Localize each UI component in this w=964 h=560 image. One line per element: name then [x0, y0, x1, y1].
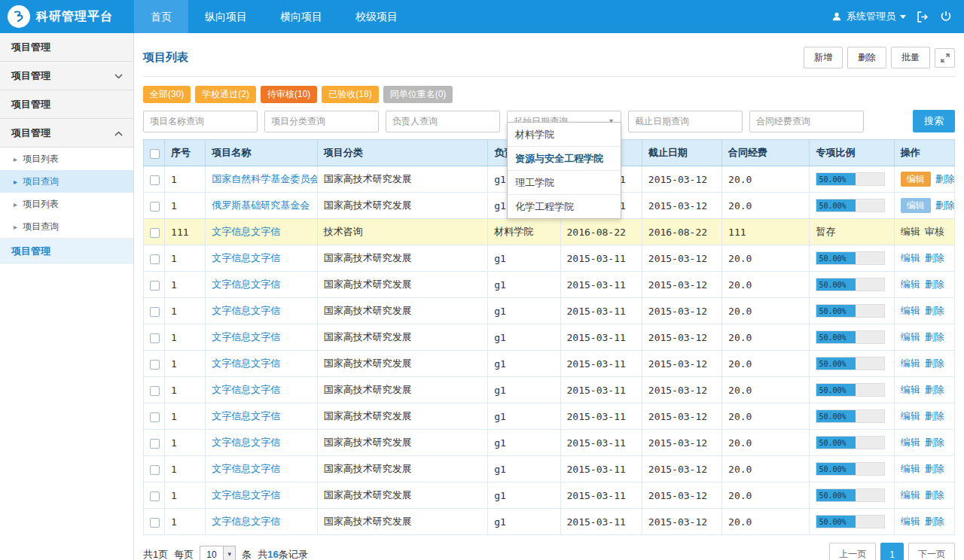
project-name-link[interactable]: 文字信息文字信 [212, 463, 280, 474]
filter-input[interactable] [143, 111, 258, 132]
project-name-link[interactable]: 文字信息文字信 [212, 489, 280, 501]
toolbar-button-新增[interactable]: 新增 [804, 47, 843, 68]
prev-page-button[interactable]: 上一页 [829, 543, 876, 560]
delete-action[interactable]: 删除 [925, 358, 944, 369]
end-date-cell: 2015-03-12 [642, 403, 721, 430]
edit-action[interactable]: 编辑 [901, 516, 920, 527]
delete-action[interactable]: 删除 [925, 305, 944, 316]
project-name-link[interactable]: 文字信息文字信 [212, 252, 280, 263]
logout-icon[interactable] [917, 11, 929, 23]
dropdown-option-材料学院[interactable]: 材料学院 [508, 123, 621, 147]
project-name-link[interactable]: 文字信息文字信 [212, 516, 280, 527]
delete-action[interactable]: 删除 [925, 489, 944, 501]
dropdown-option-化学工程学院[interactable]: 化学工程学院 [508, 195, 621, 218]
sidebar-subitem-项目列表[interactable]: ▸项目列表 [0, 148, 133, 170]
project-name-link[interactable]: 文字信息文字信 [212, 278, 280, 290]
row-checkbox[interactable] [150, 228, 160, 238]
edit-action[interactable]: 编辑 [901, 305, 920, 316]
status-badge[interactable]: 全部(30) [143, 86, 191, 103]
header-checkbox-cell [144, 140, 165, 166]
row-checkbox[interactable] [150, 360, 160, 370]
status-badge[interactable]: 待审核(10) [261, 86, 317, 103]
edit-action[interactable]: 编辑 [901, 198, 931, 213]
dropdown-option-资源与安全工程学院[interactable]: 资源与安全工程学院 [508, 147, 621, 171]
delete-action[interactable]: 删除 [925, 463, 944, 474]
expand-button[interactable] [935, 48, 955, 68]
row-checkbox[interactable] [150, 492, 160, 501]
select-all-checkbox[interactable] [150, 149, 160, 159]
status-badge[interactable]: 学校通过(2) [195, 86, 256, 103]
project-name-link[interactable]: 俄罗斯基础研究基金会 [212, 199, 310, 211]
project-name-link[interactable]: 文字信息文字信 [212, 331, 280, 342]
nav-item-首页[interactable]: 首页 [134, 0, 188, 33]
row-checkbox[interactable] [150, 465, 160, 475]
row-checkbox[interactable] [150, 307, 160, 317]
toolbar-button-批量[interactable]: 批量 [891, 47, 930, 68]
delete-action[interactable]: 删除 [925, 516, 944, 527]
project-name-link[interactable]: 文字信息文字信 [212, 305, 280, 316]
power-icon[interactable] [940, 11, 952, 23]
project-name-cell: 文字信息文字信 [206, 245, 317, 272]
status-badge[interactable]: 同单位重名(0) [383, 86, 453, 103]
sidebar-item-project-management[interactable]: 项目管理 [0, 238, 133, 263]
row-checkbox[interactable] [150, 281, 160, 291]
row-checkbox[interactable] [150, 333, 160, 343]
edit-action[interactable]: 编辑 [901, 410, 920, 422]
sidebar-section[interactable]: 项目管理 [0, 62, 133, 90]
sidebar-subitem-项目查询[interactable]: ▸项目查询 [0, 170, 133, 193]
delete-action[interactable]: 删除 [925, 331, 944, 342]
edit-action[interactable]: 编辑 [901, 384, 920, 395]
nav-item-纵向项目[interactable]: 纵向项目 [188, 0, 264, 33]
delete-action[interactable]: 删除 [925, 437, 944, 448]
edit-action[interactable]: 编辑 [901, 463, 920, 474]
edit-action[interactable]: 编辑 [901, 226, 920, 237]
sidebar-section[interactable]: 项目管理 [0, 119, 133, 148]
filter-input[interactable] [749, 111, 864, 132]
row-checkbox[interactable] [150, 412, 160, 422]
edit-action[interactable]: 编辑 [901, 278, 920, 290]
dropdown-option-理工学院[interactable]: 理工学院 [508, 171, 621, 195]
current-page-button[interactable]: 1 [880, 543, 904, 560]
edit-action[interactable]: 编辑 [901, 172, 931, 187]
edit-action[interactable]: 编辑 [901, 252, 920, 263]
project-name-link[interactable]: 文字信息文字信 [212, 384, 280, 395]
nav-item-校级项目[interactable]: 校级项目 [339, 0, 414, 33]
per-page-select[interactable]: 10 ▼ [200, 546, 236, 560]
edit-action[interactable]: 编辑 [901, 489, 920, 501]
filter-input[interactable] [264, 111, 379, 132]
toolbar-button-删除[interactable]: 删除 [847, 47, 886, 68]
filter-input[interactable] [628, 111, 743, 132]
edit-action[interactable]: 编辑 [901, 331, 920, 342]
edit-action[interactable]: 编辑 [901, 437, 920, 448]
project-name-link[interactable]: 国家自然科学基金委员会 [212, 173, 317, 184]
project-name-link[interactable]: 文字信息文字信 [212, 410, 280, 422]
project-name-link[interactable]: 文字信息文字信 [212, 437, 280, 448]
project-name-link[interactable]: 文字信息文字信 [212, 358, 280, 369]
next-page-button[interactable]: 下一页 [908, 543, 955, 560]
sidebar-subitem-项目查询[interactable]: ▸项目查询 [0, 215, 133, 238]
row-checkbox[interactable] [150, 254, 160, 264]
row-checkbox[interactable] [150, 202, 160, 212]
filter-input[interactable] [386, 111, 500, 132]
user-menu[interactable]: 系统管理员 [831, 10, 906, 23]
delete-action[interactable]: 删除 [925, 384, 944, 395]
sidebar-section[interactable]: 项目管理 [0, 33, 133, 62]
row-checkbox[interactable] [150, 518, 160, 528]
search-button[interactable]: 搜索 [913, 110, 955, 132]
row-checkbox[interactable] [150, 439, 160, 449]
delete-action[interactable]: 删除 [925, 410, 944, 422]
nav-item-横向项目[interactable]: 横向项目 [264, 0, 339, 33]
review-action[interactable]: 审核 [925, 226, 944, 237]
row-checkbox[interactable] [150, 386, 160, 396]
edit-action[interactable]: 编辑 [901, 358, 920, 369]
sidebar-section-label: 项目管理 [11, 69, 50, 83]
sidebar-section[interactable]: 项目管理 [0, 90, 133, 119]
delete-action[interactable]: 删除 [935, 199, 955, 211]
row-checkbox[interactable] [150, 175, 160, 185]
sidebar-subitem-项目列表[interactable]: ▸项目列表 [0, 193, 133, 215]
delete-action[interactable]: 删除 [925, 252, 944, 263]
status-badge[interactable]: 已验收(18) [322, 86, 378, 103]
delete-action[interactable]: 删除 [925, 278, 944, 290]
delete-action[interactable]: 删除 [935, 173, 955, 184]
project-name-link[interactable]: 文字信息文字信 [212, 226, 280, 237]
